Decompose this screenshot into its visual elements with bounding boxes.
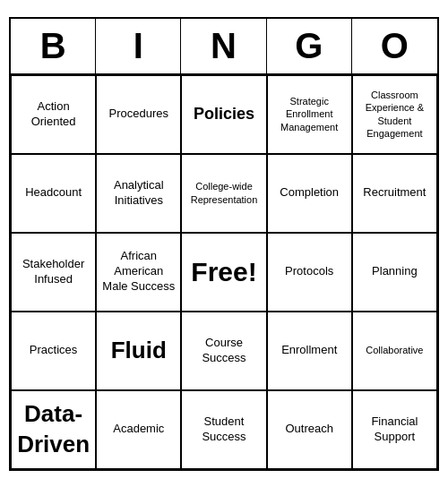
bingo-cell-r0-c2: Policies	[181, 75, 266, 154]
header-letter: B	[11, 19, 96, 73]
bingo-cell-r4-c2: Student Success	[181, 390, 266, 469]
bingo-cell-r3-c0: Practices	[11, 312, 96, 390]
header-letter: G	[267, 19, 352, 73]
bingo-cell-r2-c4: Planning	[352, 233, 437, 312]
bingo-cell-r4-c0: Data-Driven	[11, 390, 96, 469]
bingo-cell-r2-c0: Stakeholder Infused	[11, 233, 96, 312]
bingo-card: BINGO Action OrientedProceduresPoliciesS…	[9, 17, 439, 471]
bingo-cell-r0-c0: Action Oriented	[11, 75, 96, 154]
bingo-cell-r4-c3: Outreach	[267, 390, 352, 469]
bingo-header: BINGO	[11, 19, 437, 75]
header-letter: O	[352, 19, 437, 73]
bingo-cell-r0-c3: Strategic Enrollment Management	[267, 75, 352, 154]
bingo-cell-r3-c2: Course Success	[181, 312, 266, 390]
bingo-cell-r1-c3: Completion	[267, 154, 352, 233]
bingo-cell-r3-c1: Fluid	[96, 312, 181, 390]
bingo-cell-r2-c1: African American Male Success	[96, 233, 181, 312]
bingo-cell-r0-c1: Procedures	[96, 75, 181, 154]
bingo-cell-r2-c2: Free!	[181, 233, 266, 312]
bingo-cell-r3-c3: Enrollment	[267, 312, 352, 390]
bingo-cell-r3-c4: Collaborative	[352, 312, 437, 390]
bingo-cell-r4-c4: Financial Support	[352, 390, 437, 469]
bingo-cell-r2-c3: Protocols	[267, 233, 352, 312]
header-letter: N	[181, 19, 266, 73]
bingo-cell-r1-c1: Analytical Initiatives	[96, 154, 181, 233]
bingo-cell-r1-c0: Headcount	[11, 154, 96, 233]
bingo-grid: Action OrientedProceduresPoliciesStrateg…	[11, 75, 437, 469]
header-letter: I	[96, 19, 181, 73]
bingo-cell-r1-c4: Recruitment	[352, 154, 437, 233]
bingo-cell-r0-c4: Classroom Experience & Student Engagemen…	[352, 75, 437, 154]
bingo-cell-r1-c2: College-wide Representation	[181, 154, 266, 233]
bingo-cell-r4-c1: Academic	[96, 390, 181, 469]
